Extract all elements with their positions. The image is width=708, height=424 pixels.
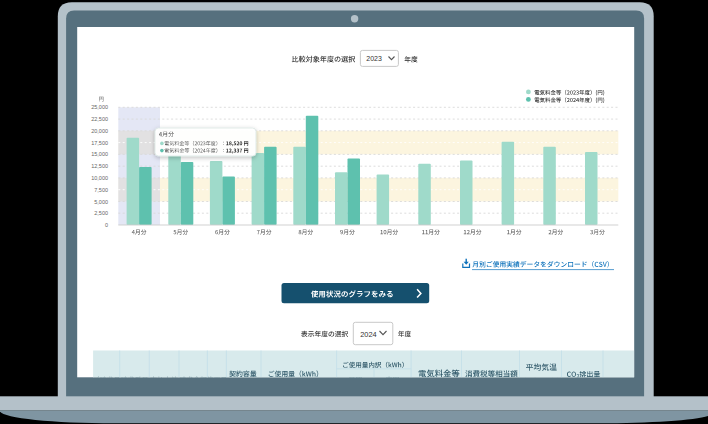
svg-text:7,500: 7,500 (94, 187, 108, 193)
svg-text:20,000: 20,000 (91, 128, 108, 134)
svg-text:0: 0 (105, 222, 108, 228)
svg-text:22,500: 22,500 (91, 116, 108, 122)
svg-text:10,000: 10,000 (91, 175, 108, 181)
svg-text:17,500: 17,500 (91, 140, 108, 146)
svg-text:5,000: 5,000 (94, 199, 108, 205)
svg-text:2,500: 2,500 (94, 210, 108, 216)
svg-text:12,500: 12,500 (91, 163, 108, 169)
svg-text:25,000: 25,000 (91, 104, 108, 110)
svg-text:15,000: 15,000 (91, 151, 108, 157)
svg-text:2023: 2023 (366, 55, 382, 62)
svg-text:2024: 2024 (360, 330, 376, 339)
